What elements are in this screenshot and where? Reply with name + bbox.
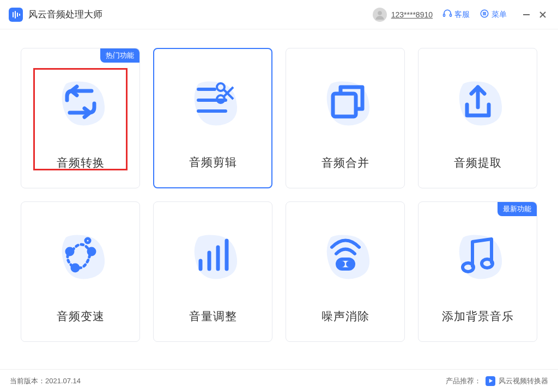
card-audio-cut[interactable]: 音频剪辑 bbox=[153, 48, 272, 188]
card-label: 添加背景音乐 bbox=[442, 309, 514, 324]
user-id-link[interactable]: 123****8910 bbox=[391, 10, 433, 19]
svg-point-4 bbox=[378, 11, 382, 15]
denoise-icon bbox=[286, 202, 404, 309]
cut-icon bbox=[154, 49, 271, 155]
menu-button[interactable]: 菜单 bbox=[480, 9, 507, 20]
volume-icon bbox=[154, 202, 272, 309]
headset-icon bbox=[442, 9, 452, 20]
minimize-button[interactable] bbox=[520, 8, 533, 21]
merge-icon bbox=[286, 48, 404, 155]
version-label: 当前版本： bbox=[10, 376, 45, 386]
card-add-bgm[interactable]: 最新功能 添加背景音乐 bbox=[418, 201, 537, 342]
svg-point-33 bbox=[348, 262, 351, 266]
titlebar: 风云音频处理大师 123****8910 客服 菜单 bbox=[0, 0, 558, 29]
speed-icon bbox=[21, 202, 140, 309]
support-label: 客服 bbox=[454, 10, 470, 20]
card-label: 音频变速 bbox=[57, 309, 105, 324]
app-title: 风云音频处理大师 bbox=[28, 8, 102, 21]
menu-icon bbox=[480, 9, 489, 20]
recommend-product-icon bbox=[486, 376, 495, 386]
menu-label: 菜单 bbox=[492, 10, 507, 20]
card-label: 音量调整 bbox=[189, 309, 237, 324]
card-audio-extract[interactable]: 音频提取 bbox=[418, 48, 537, 188]
svg-rect-6 bbox=[450, 14, 452, 17]
convert-icon bbox=[21, 48, 140, 155]
card-audio-speed[interactable]: 音频变速 bbox=[21, 201, 140, 342]
app-logo-icon bbox=[9, 8, 23, 22]
card-noise-remove[interactable]: 噪声消除 bbox=[286, 201, 405, 342]
svg-rect-5 bbox=[444, 14, 445, 17]
card-audio-merge[interactable]: 音频合并 bbox=[286, 48, 405, 188]
card-label: 音频提取 bbox=[454, 155, 502, 170]
card-audio-convert[interactable]: 热门功能 音频转换 bbox=[21, 48, 140, 188]
card-volume-adjust[interactable]: 音量调整 bbox=[153, 201, 272, 342]
card-label: 噪声消除 bbox=[322, 309, 369, 324]
card-label: 音频剪辑 bbox=[189, 155, 237, 170]
recommend-product-link[interactable]: 风云视频转换器 bbox=[499, 376, 548, 386]
support-button[interactable]: 客服 bbox=[442, 9, 470, 20]
svg-point-32 bbox=[340, 262, 343, 266]
extract-icon bbox=[418, 48, 537, 155]
user-avatar-icon[interactable] bbox=[373, 8, 387, 22]
version-value: 2021.07.14 bbox=[45, 377, 81, 385]
card-label: 音频转换 bbox=[57, 155, 105, 170]
footer: 当前版本： 2021.07.14 产品推荐： 风云视频转换器 bbox=[0, 369, 558, 392]
svg-marker-36 bbox=[489, 379, 492, 383]
music-icon bbox=[418, 202, 537, 309]
recommend-label: 产品推荐： bbox=[446, 376, 481, 386]
feature-grid: 热门功能 音频转换 bbox=[0, 29, 558, 342]
card-label: 音频合并 bbox=[322, 155, 369, 170]
close-button[interactable] bbox=[536, 8, 549, 21]
